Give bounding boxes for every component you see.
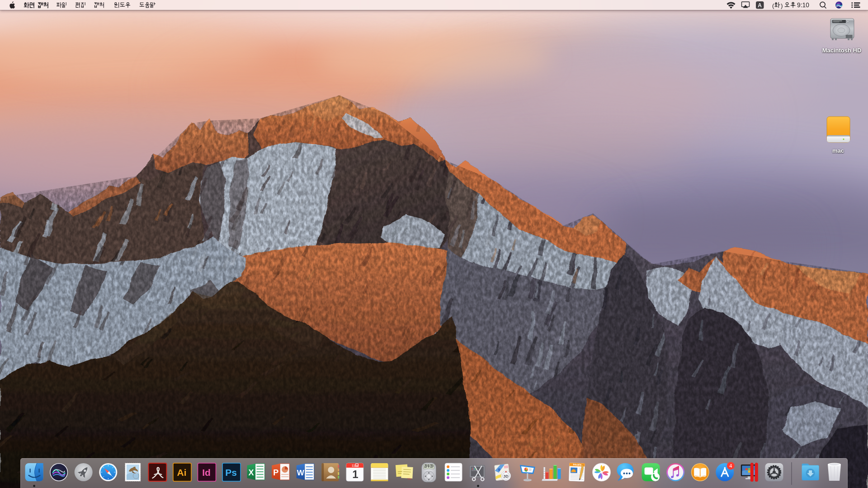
svg-text:PAGES: PAGES xyxy=(573,463,581,466)
svg-text:Id: Id xyxy=(202,467,211,478)
svg-text:DVD: DVD xyxy=(424,464,434,469)
svg-text:X: X xyxy=(249,468,254,477)
svg-text:Ai: Ai xyxy=(177,467,187,478)
svg-text:9:10: 9:10 xyxy=(797,2,809,9)
svg-text:Ps: Ps xyxy=(225,467,237,478)
svg-text:W: W xyxy=(297,469,305,477)
svg-text:4: 4 xyxy=(729,463,732,469)
svg-text:Mid: Mid xyxy=(407,477,411,480)
svg-text:1: 1 xyxy=(352,468,358,480)
svg-text:): ) xyxy=(781,2,783,9)
svg-text:A: A xyxy=(758,2,762,9)
svg-text:3D: 3D xyxy=(504,474,509,479)
svg-text:11: 11 xyxy=(352,464,356,468)
svg-text:P: P xyxy=(273,468,278,477)
svg-text:(: ( xyxy=(772,2,774,9)
